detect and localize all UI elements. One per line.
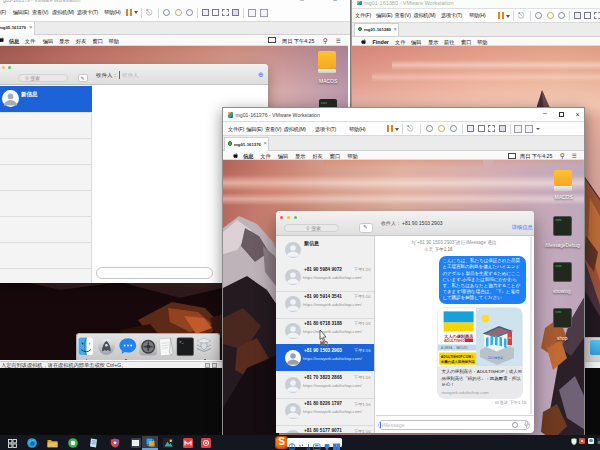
svg-text:ALIMEBA ・ BAIDUSO: ALIMEBA ・ BAIDUSO <box>441 346 468 350</box>
svg-text:売: 売 <box>508 336 511 340</box>
svg-text:ADULTISHOP: ADULTISHOP <box>444 339 468 343</box>
svg-text:>_: >_ <box>179 340 184 344</box>
svg-text:北美の成人用品便利店: 北美の成人用品便利店 <box>440 359 476 364</box>
svg-text:ADULTISHOP.COM！: ADULTISHOP.COM！ <box>441 355 475 359</box>
svg-text:24小時営業: 24小時営業 <box>488 356 503 360</box>
